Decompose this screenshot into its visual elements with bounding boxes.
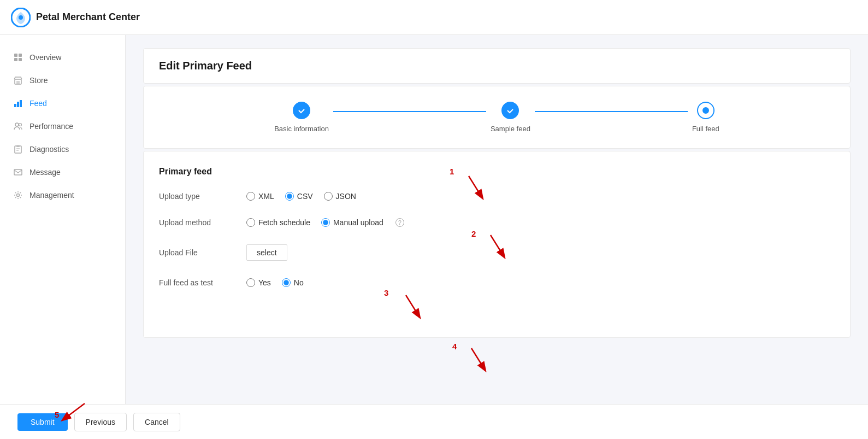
radio-no[interactable]: No	[282, 278, 304, 287]
radio-json[interactable]: JSON	[324, 192, 356, 201]
radio-manual-label: Manual upload	[333, 218, 383, 227]
svg-rect-9	[17, 102, 19, 107]
radio-no-label: No	[294, 278, 304, 287]
radio-fetch[interactable]: Fetch schedule	[246, 218, 310, 227]
page-title-card: Edit Primary Feed	[143, 48, 851, 84]
upload-method-row: Upload method Fetch schedule Manual uplo…	[159, 218, 835, 227]
radio-xml-label: XML	[258, 192, 274, 201]
people-icon	[13, 121, 23, 131]
full-feed-test-controls: Yes No	[246, 278, 304, 287]
steps-card: Basic information Sample feed Full feed	[143, 86, 851, 149]
svg-rect-15	[14, 169, 22, 175]
store-icon	[13, 75, 23, 85]
clipboard-icon	[13, 144, 23, 154]
svg-rect-4	[14, 58, 17, 61]
annotation-3: 3	[384, 288, 388, 297]
step-sample-feed: Sample feed	[491, 102, 530, 133]
radio-yes-input[interactable]	[246, 278, 255, 287]
steps-container: Basic information Sample feed Full feed	[176, 102, 817, 133]
layout: Overview Store Feed	[0, 35, 868, 439]
footer-bar: 5 Submit Previous Cancel	[0, 404, 868, 439]
upload-method-label: Upload method	[159, 218, 246, 227]
upload-type-label: Upload type	[159, 192, 246, 201]
upload-type-controls: XML CSV JSON	[246, 192, 356, 201]
radio-xml[interactable]: XML	[246, 192, 274, 201]
upload-method-controls: Fetch schedule Manual upload ?	[246, 218, 404, 227]
upload-type-row: Upload type XML CSV JSON	[159, 192, 835, 201]
select-button[interactable]: select	[246, 244, 287, 261]
svg-rect-10	[20, 100, 22, 107]
sidebar-label-overview: Overview	[29, 53, 61, 62]
mail-icon	[13, 167, 23, 177]
annotation-2: 2	[471, 229, 476, 238]
sidebar-item-feed[interactable]: Feed	[0, 92, 125, 115]
step-1-circle	[293, 102, 310, 119]
logo-icon	[11, 8, 31, 27]
step-3-circle	[697, 102, 715, 119]
arrow-3	[384, 292, 428, 323]
upload-file-row: Upload File select	[159, 244, 835, 261]
radio-json-input[interactable]	[324, 192, 333, 201]
sidebar-item-management[interactable]: Management	[0, 184, 125, 207]
svg-rect-2	[14, 54, 17, 57]
svg-point-11	[15, 123, 19, 126]
radio-manual-input[interactable]	[321, 218, 330, 227]
sidebar-label-message: Message	[29, 168, 61, 177]
main-content: Edit Primary Feed Basic information	[126, 35, 868, 439]
radio-no-input[interactable]	[282, 278, 291, 287]
step-2-label: Sample feed	[491, 125, 530, 133]
step-line-1	[333, 111, 486, 112]
manual-help-icon[interactable]: ?	[395, 218, 404, 227]
step-2-circle	[501, 102, 519, 119]
radio-yes[interactable]: Yes	[246, 278, 271, 287]
sidebar-item-message[interactable]: Message	[0, 161, 125, 184]
form-card: Primary feed 1 Upload type XML CSV	[143, 151, 851, 338]
step-3-label: Full feed	[692, 125, 719, 133]
previous-button[interactable]: Previous	[74, 413, 127, 431]
step-line-2	[535, 111, 688, 112]
radio-csv-label: CSV	[297, 192, 313, 201]
app-title: Petal Merchant Center	[36, 11, 140, 23]
sidebar: Overview Store Feed	[0, 35, 126, 439]
radio-manual[interactable]: Manual upload	[321, 218, 383, 227]
radio-csv-input[interactable]	[285, 192, 294, 201]
cancel-button[interactable]: Cancel	[133, 413, 180, 431]
annotation-4: 4	[452, 342, 457, 351]
svg-rect-5	[19, 58, 22, 61]
logo-area: Petal Merchant Center	[11, 8, 140, 27]
radio-csv[interactable]: CSV	[285, 192, 313, 201]
radio-yes-label: Yes	[258, 278, 271, 287]
step-1-label: Basic information	[274, 125, 329, 133]
page-title: Edit Primary Feed	[159, 60, 835, 72]
svg-rect-13	[15, 146, 21, 153]
annotation-5: 5	[55, 410, 59, 419]
full-feed-test-row: Full feed as test Yes No	[159, 278, 835, 287]
svg-point-1	[19, 15, 23, 20]
step-basic-info: Basic information	[274, 102, 329, 133]
radio-fetch-input[interactable]	[246, 218, 255, 227]
sidebar-item-store[interactable]: Store	[0, 69, 125, 92]
sidebar-item-overview[interactable]: Overview	[0, 46, 125, 69]
arrow-1	[447, 173, 491, 206]
sidebar-item-diagnostics[interactable]: Diagnostics	[0, 138, 125, 161]
svg-point-12	[19, 124, 22, 126]
submit-button[interactable]: Submit	[17, 413, 68, 431]
radio-xml-input[interactable]	[246, 192, 255, 201]
radio-fetch-label: Fetch schedule	[258, 218, 310, 227]
svg-rect-8	[14, 104, 16, 107]
step-full-feed: Full feed	[692, 102, 719, 133]
form-section-title: Primary feed	[159, 167, 835, 177]
bar-chart-icon	[13, 98, 23, 108]
svg-rect-14	[16, 145, 20, 147]
sidebar-item-performance[interactable]: Performance	[0, 115, 125, 138]
upload-file-controls: select	[246, 244, 287, 261]
radio-json-label: JSON	[336, 192, 356, 201]
annotation-1: 1	[450, 167, 454, 176]
sidebar-label-feed: Feed	[29, 99, 47, 108]
svg-rect-3	[19, 54, 22, 57]
header: Petal Merchant Center	[0, 0, 868, 35]
gear-icon	[13, 190, 23, 200]
full-feed-test-label: Full feed as test	[159, 278, 246, 287]
sidebar-label-store: Store	[29, 76, 48, 85]
upload-file-label: Upload File	[159, 248, 246, 257]
